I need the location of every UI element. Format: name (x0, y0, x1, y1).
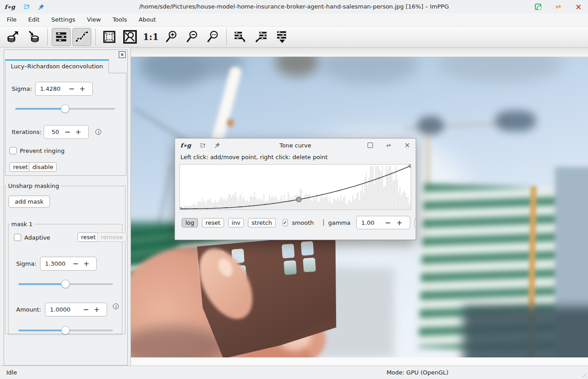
house-window (283, 260, 296, 275)
info-icon: i (95, 129, 101, 135)
mask-reset-button[interactable]: reset (77, 232, 99, 242)
menu-tools[interactable]: Tools (107, 13, 133, 26)
photo-bottom-right-dark (463, 306, 588, 357)
menu-edit[interactable]: Edit (22, 13, 45, 26)
dialog-close-button[interactable]: × (404, 143, 410, 148)
stretch-button[interactable]: stretch (248, 218, 275, 227)
gamma-spinner[interactable]: 1.00 − + (356, 216, 410, 229)
window-titlebar[interactable]: f∗g /home/sde/Pictures/house-model-home-… (0, 0, 588, 13)
iterations-spinner[interactable]: 50 − + (44, 125, 89, 139)
dialog-detach-icon[interactable] (386, 143, 392, 148)
log-toggle-button[interactable]: log (182, 218, 198, 227)
lr-disable-button[interactable]: disable (29, 162, 57, 172)
zoom-custom-icon[interactable] (203, 28, 222, 46)
load-processing-settings-icon[interactable] (4, 28, 22, 46)
smooth-checkbox[interactable]: ✓ (283, 219, 288, 226)
mask-sigma-spinner[interactable]: 1.3000 − + (40, 257, 97, 271)
tone-curve-titlebar[interactable]: f∗g Tone curve × (175, 138, 416, 152)
restore-icon[interactable] (555, 4, 562, 10)
adaptive-label: Adaptive (24, 234, 50, 241)
sigma-spinner[interactable]: 1.4280 − + (35, 82, 93, 96)
house-window (301, 241, 314, 256)
iterations-value[interactable]: 50 (49, 129, 62, 135)
gamma-value[interactable]: 1.00 (361, 219, 382, 226)
plus-button[interactable]: + (91, 305, 102, 314)
select-whole-image-icon[interactable] (100, 28, 119, 46)
slider-fill (15, 108, 65, 110)
toolbar-separator (226, 28, 227, 45)
smooth-label: smooth (292, 219, 314, 226)
amount-value[interactable]: 1.0000 (50, 306, 81, 313)
processing-settings-menu-icon[interactable] (272, 28, 291, 46)
zoom-in-icon[interactable] (162, 28, 181, 46)
mask-remove-button[interactable]: remove (97, 232, 126, 242)
slider-handle[interactable] (61, 326, 70, 334)
toggle-tone-curve-icon[interactable] (72, 28, 91, 46)
export-processing-settings-icon[interactable] (231, 28, 250, 46)
mask1-legend: mask 1 (10, 221, 34, 227)
zoom-100-label: 1:1 (143, 31, 158, 42)
amount-spinner[interactable]: 1.0000 − + (45, 303, 107, 317)
zoom-100-button[interactable]: 1:1 (141, 28, 160, 46)
house-window (303, 258, 316, 272)
configure-button[interactable]: ⚙ conf (414, 218, 416, 227)
unsharp-masking-legend: Unsharp masking (7, 183, 61, 189)
minus-button[interactable]: − (70, 259, 81, 268)
menu-about[interactable]: About (133, 13, 162, 26)
minus-button[interactable]: − (382, 218, 394, 227)
plus-button[interactable]: + (81, 259, 92, 268)
close-button[interactable]: × (575, 4, 582, 10)
photo-top-structures (275, 57, 320, 76)
image-top-strip (131, 48, 588, 57)
lr-reset-button[interactable]: reset (9, 162, 31, 172)
menu-settings[interactable]: Settings (45, 13, 81, 26)
slider-handle[interactable] (61, 280, 70, 288)
processing-panel: × Lucy–Richardson deconvolution Sigma: 1… (0, 48, 130, 366)
save-processing-settings-icon[interactable] (24, 28, 43, 46)
plus-button[interactable]: + (77, 85, 88, 93)
dialog-maximize-button[interactable] (368, 143, 373, 148)
toolbar-separator (95, 28, 96, 45)
plus-button[interactable]: + (73, 128, 84, 136)
toolbar-separator (47, 28, 48, 45)
resize-grip[interactable] (579, 370, 587, 378)
add-mask-button[interactable]: add mask (9, 196, 50, 208)
gamma-label: gamma (328, 219, 350, 226)
fit-image-to-window-icon[interactable] (121, 28, 139, 46)
gamma-checkbox[interactable] (323, 219, 324, 226)
app-logo-icon: f∗g (180, 142, 191, 149)
tone-curve-histogram[interactable] (180, 164, 411, 210)
amount-slider[interactable] (18, 326, 113, 335)
menu-view[interactable]: View (81, 13, 107, 26)
pin-icon (214, 142, 220, 148)
sigma-label: Sigma: (12, 85, 32, 93)
tone-curve-dialog: f∗g Tone curve × Left click: add/move po… (175, 138, 416, 240)
minus-button[interactable]: − (66, 85, 77, 93)
zoom-out-icon[interactable] (183, 28, 202, 46)
prevent-ringing-checkbox[interactable] (9, 147, 17, 154)
amount-label: Amount: (16, 306, 41, 313)
sigma-value[interactable]: 1.4280 (40, 85, 66, 92)
panel-close-button[interactable]: × (119, 51, 126, 58)
mask-sigma-slider[interactable] (18, 280, 113, 289)
invert-button[interactable]: inv (228, 218, 244, 227)
import-processing-settings-icon[interactable] (251, 28, 270, 46)
mask-sigma-value[interactable]: 1.3000 (45, 260, 70, 267)
minus-button[interactable]: − (81, 305, 91, 314)
toggle-processing-panel-icon[interactable] (52, 28, 71, 46)
curve-reset-button[interactable]: reset (202, 218, 224, 227)
tab-lucy-richardson[interactable]: Lucy–Richardson deconvolution (5, 59, 109, 73)
menu-file[interactable]: File (1, 13, 22, 26)
sigma-slider[interactable] (15, 104, 115, 113)
image-viewport: f∗g Tone curve × Left click: add/move po… (130, 48, 588, 366)
iterations-label: Iterations: (12, 129, 41, 136)
plus-button[interactable]: + (394, 218, 405, 227)
status-mode: Mode: GPU (OpenGL) (386, 366, 449, 379)
minus-button[interactable]: − (62, 128, 73, 136)
slider-handle[interactable] (61, 104, 69, 113)
panel-toggle-icon (199, 142, 206, 149)
statusbar: Idle Mode: GPU (OpenGL) (0, 366, 588, 379)
lucy-richardson-pane: Sigma: 1.4280 − + Iterations: 50 − + (5, 73, 126, 176)
adaptive-checkbox[interactable] (14, 234, 21, 241)
maximize-button[interactable] (535, 4, 541, 10)
